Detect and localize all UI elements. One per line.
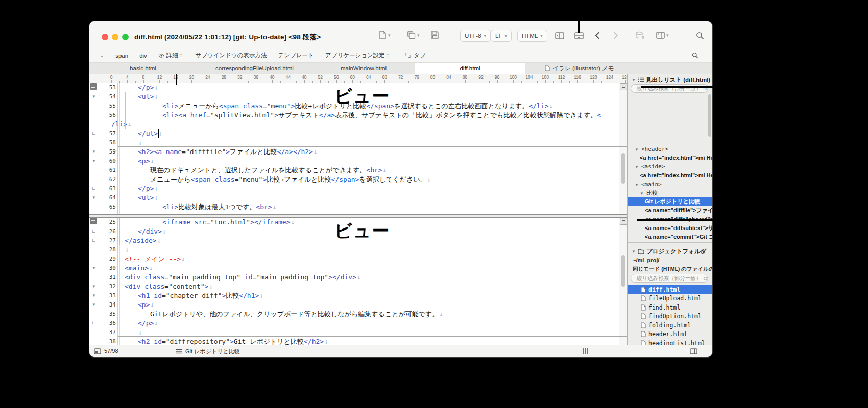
disclosure-triangle-icon[interactable]: ▼ — [635, 147, 639, 152]
fold-end-icon[interactable]: ∟ — [90, 184, 98, 193]
mode-item-span[interactable]: span — [115, 53, 128, 59]
code-line-61[interactable]: 61現在のドキュメントと、選択したファイルを比較することができます。<br>↓ — [89, 166, 627, 175]
pane-divider[interactable] — [89, 214, 627, 218]
heading-item[interactable]: ▼<main> — [628, 180, 712, 189]
code-line-57[interactable]: ∟57</ul>↓ — [89, 129, 627, 138]
encoding-dropdown[interactable]: UTF-8 ▾ — [460, 30, 491, 42]
split-horizontal-button[interactable] — [574, 32, 584, 39]
heading-item[interactable]: ▼比較 — [628, 189, 712, 197]
fold-triangle-icon[interactable]: ▼ — [90, 157, 98, 166]
file-item-selected[interactable]: diff.html — [628, 285, 712, 294]
fold-end-icon[interactable]: ∟ — [90, 129, 98, 138]
code-line-31[interactable]: 31<div class="main_padding_top" id="main… — [89, 273, 627, 282]
code-line-56[interactable]: 56<li><a href="splitView.html">サブテキスト</a… — [89, 111, 627, 120]
close-traffic-light[interactable] — [102, 34, 108, 40]
fold-end-icon[interactable]: ∟ — [90, 236, 98, 245]
code-line-63[interactable]: ∟63</p>↓ — [89, 184, 627, 193]
duplicate-document-button[interactable]: ▾ — [407, 31, 420, 39]
heading-item[interactable]: <a href="index.html">mi Help</a> — [628, 154, 712, 162]
mode-item--[interactable]: 詳細： — [158, 52, 184, 59]
code-line-59[interactable]: ▼59<h2><a name="difffile">ファイルと比較</a></h… — [89, 147, 627, 157]
scrollbar-thumb-top[interactable] — [621, 153, 625, 184]
zoom-traffic-light[interactable] — [122, 34, 129, 40]
code-line-36[interactable]: ∟36</p>↓ — [89, 319, 627, 328]
disclosure-triangle-icon[interactable]: ▼ — [635, 165, 639, 169]
tab-diff-html[interactable]: diff.html — [415, 63, 525, 74]
file-item[interactable]: fileUpload.html — [628, 294, 712, 303]
sidebar-scrollbar-thumb[interactable] — [708, 94, 711, 137]
fold-triangle-icon[interactable]: ▼ — [90, 300, 98, 310]
file-item[interactable]: header.html — [628, 330, 712, 339]
heading-item[interactable]: ▼<aside> — [628, 162, 712, 171]
code-line-60[interactable]: ▼60<p>↓ — [89, 157, 627, 166]
database-upload-button[interactable] — [635, 31, 645, 40]
tab--illustrator-[interactable]: イラレ (Illustrator) メモ — [525, 63, 634, 74]
refresh-icon[interactable] — [700, 249, 706, 254]
tab-basic-html[interactable]: basic.html — [89, 63, 197, 74]
fold-triangle-icon[interactable]: ▼ — [90, 92, 98, 101]
pane-indicator-icon[interactable] — [94, 348, 101, 354]
code-line-64[interactable]: ▼64<ul>↓ — [89, 193, 627, 202]
disclosure-triangle-icon[interactable]: ▼ — [632, 249, 636, 254]
mode-item--[interactable]: アプリケーション設定： — [325, 52, 391, 59]
mode-item--[interactable]: テンプレート — [278, 52, 314, 59]
chevron-down-icon[interactable]: ⌄ — [100, 52, 104, 59]
editor-scrollbar[interactable] — [619, 83, 628, 345]
code-line-wrap[interactable]: /li>↓ — [89, 120, 627, 129]
code-line-62[interactable]: 62メニューから<span class="menu">比較→ファイルと比較</s… — [89, 175, 627, 184]
fold-triangle-icon[interactable]: ▼ — [90, 282, 98, 291]
heading-item[interactable]: <a name="difffile">ファイルと比較</a> — [628, 206, 712, 215]
fold-triangle-icon[interactable]: ▼ — [90, 264, 98, 273]
pane-split-handle[interactable] — [90, 218, 97, 224]
fold-triangle-icon[interactable]: ▼ — [90, 193, 98, 202]
drag-bars-icon[interactable] — [583, 348, 589, 354]
mode-item--[interactable]: 「」タブ — [402, 52, 426, 59]
scrollbar-thumb-bottom[interactable] — [621, 255, 625, 287]
code-line-30[interactable]: ▼30<main>↓ — [89, 264, 627, 273]
file-item[interactable]: findOption.html — [628, 312, 712, 321]
code-line-34[interactable]: ▼34<p>↓ — [89, 300, 627, 310]
forward-button[interactable] — [613, 32, 618, 39]
mode-dropdown[interactable]: HTML ▾ — [517, 30, 547, 42]
code-line-28[interactable]: 28↓ — [89, 245, 627, 254]
heading-item-selected[interactable]: Git レポジトリと比較 — [628, 197, 712, 206]
disclosure-triangle-icon[interactable]: ▼ — [635, 183, 639, 187]
project-filter-search-input[interactable]: 絞り込み検索（部分一致） control⌘P — [631, 274, 708, 283]
heading-list-header[interactable]: ▼ 見出しリスト (diff.html) — [628, 75, 712, 84]
back-button[interactable] — [595, 32, 600, 39]
tab-mainwindow-html[interactable]: mainWindow.html — [312, 63, 415, 74]
disclosure-triangle-icon[interactable]: ▼ — [640, 191, 644, 196]
code-line-65[interactable]: 65<li>比較対象は最大1つです。<br>↓ — [89, 202, 627, 212]
sidebar-toggle-icon[interactable] — [690, 348, 697, 354]
editor-area[interactable]: ビュー 53</p>↓▼54<ul>↓55<li>メニューから<span cla… — [89, 83, 627, 345]
scrollbar-split-handle[interactable] — [620, 83, 628, 90]
mode-item-div[interactable]: div — [139, 53, 147, 59]
fold-triangle-icon[interactable]: ▼ — [90, 147, 98, 157]
heading-item[interactable]: ▼<header> — [628, 145, 712, 154]
disclosure-triangle-icon[interactable]: ▼ — [632, 78, 636, 82]
split-vertical-button[interactable] — [555, 32, 564, 39]
heading-item[interactable]: <a name="diffsubtext">サブテキストと比.../a> — [628, 224, 712, 233]
file-item[interactable]: find.html — [628, 303, 712, 312]
fold-triangle-icon[interactable]: ▼ — [90, 291, 98, 300]
window-panel-button[interactable]: ▾ — [656, 32, 669, 39]
mode-filter-toggle[interactable]: 同じモード (HTML) のファイルのみを表示 ⌄ — [633, 266, 709, 273]
heading-item[interactable]: <a href="index.html">mi Help</a> — [628, 171, 712, 180]
fold-end-icon[interactable]: ∟ — [90, 319, 98, 328]
save-button[interactable] — [430, 31, 439, 39]
new-document-button[interactable]: ▾ — [379, 31, 391, 39]
pane-split-handle[interactable] — [90, 83, 97, 90]
file-item[interactable]: folding.html — [628, 321, 712, 330]
code-line-38[interactable]: 38<h2 id="diffrepository">Git レポジトリと比較</… — [89, 337, 627, 345]
editor-pane-bottom[interactable]: ビュー 25<iframe src="toc.html"></iframe>↓∟… — [89, 217, 627, 345]
heading-item[interactable]: <a name="commit">Git コミット</a> — [628, 233, 712, 241]
tab-correspondingfileupload-html[interactable]: correspondingFileUpload.html — [197, 63, 312, 74]
code-line-33[interactable]: ▼33<h1 id="chapter_diff">比較</h1>↓ — [89, 291, 627, 300]
project-folder-header[interactable]: ▼ プロジェクトフォルダ — [628, 247, 712, 256]
heading-filter-search-input[interactable]: 絞り込み検索（部分一致） control⌘F — [631, 84, 708, 93]
fold-end-icon[interactable]: ∟ — [90, 227, 98, 236]
scrollbar-split-handle[interactable] — [620, 218, 628, 225]
code-line-32[interactable]: ▼32<div class="content">↓ — [89, 282, 627, 291]
ruler-caret-mark[interactable] — [176, 74, 177, 85]
code-line-35[interactable]: 35Gitレポジトリや、他のファイル、クリップボード等と比較しながら編集すること… — [89, 310, 627, 319]
